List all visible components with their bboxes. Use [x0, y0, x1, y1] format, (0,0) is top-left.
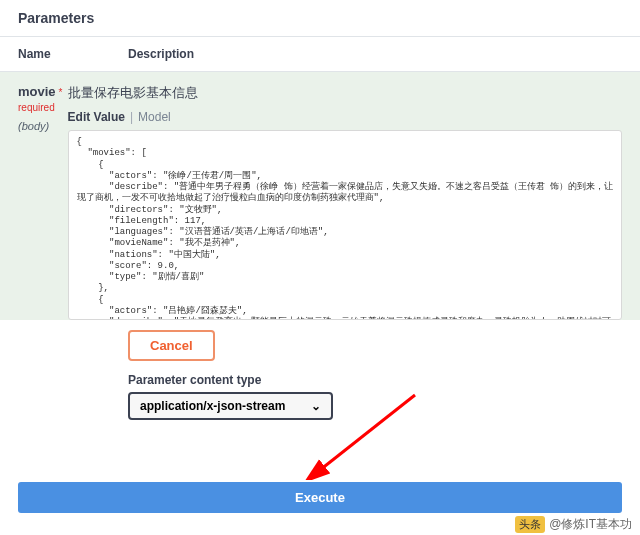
watermark: 头条 @修炼IT基本功 — [515, 516, 632, 533]
parameter-description: 批量保存电影基本信息 — [68, 84, 622, 102]
parameter-name-column: movie* required (body) — [18, 84, 68, 320]
tab-edit-value[interactable]: Edit Value — [68, 110, 125, 124]
execute-button[interactable]: Execute — [18, 482, 622, 513]
content-type-label: Parameter content type — [128, 373, 640, 387]
watermark-badge: 头条 — [515, 516, 545, 533]
table-header-row: Name Description — [0, 37, 640, 72]
content-type-select[interactable]: application/x-json-stream ⌄ — [128, 392, 333, 420]
svg-line-0 — [320, 395, 415, 470]
json-content: { "movies": [ { "actors": "徐峥/王传君/周一围", … — [69, 131, 621, 320]
json-editor[interactable]: { "movies": [ { "actors": "徐峥/王传君/周一围", … — [68, 130, 622, 320]
annotation-arrow — [305, 390, 425, 480]
tab-model[interactable]: Model — [138, 110, 171, 124]
column-header-name: Name — [18, 47, 128, 61]
parameter-in-label: (body) — [18, 120, 68, 132]
parameters-heading: Parameters — [0, 0, 640, 37]
parameter-name: movie — [18, 84, 56, 99]
content-type-value: application/x-json-stream — [140, 399, 285, 413]
parameter-body-column: 批量保存电影基本信息 Edit Value|Model { "movies": … — [68, 84, 622, 320]
parameter-row: movie* required (body) 批量保存电影基本信息 Edit V… — [0, 72, 640, 320]
watermark-text: @修炼IT基本功 — [549, 516, 632, 533]
column-header-description: Description — [128, 47, 622, 61]
value-tabs: Edit Value|Model — [68, 110, 622, 124]
cancel-button[interactable]: Cancel — [128, 330, 215, 361]
